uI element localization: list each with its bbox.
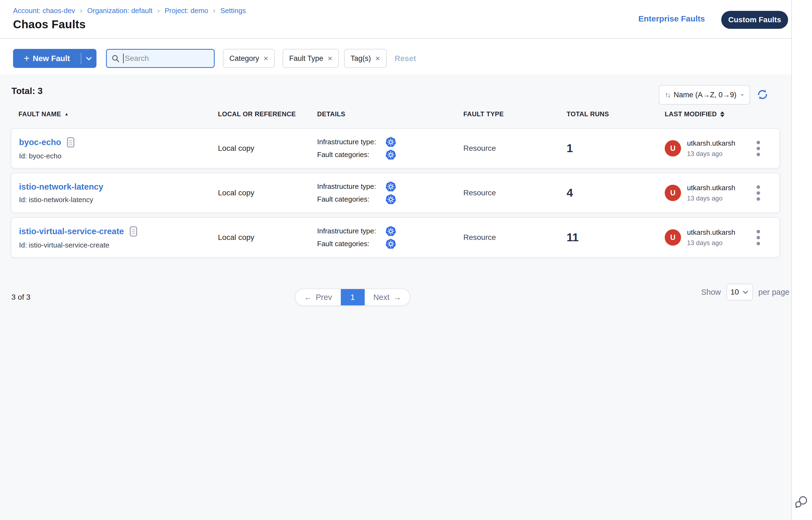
local-or-reference-cell: Local copy [218, 188, 317, 197]
close-icon[interactable]: × [328, 54, 333, 62]
fault-categories-label: Fault categories: [317, 240, 385, 248]
chaos-faults-page: Account: chaos-dev › Organization: defau… [0, 0, 812, 520]
kebab-dot [757, 197, 760, 201]
prev-page-button[interactable]: ← Prev [296, 289, 341, 305]
enterprise-faults-link[interactable]: Enterprise Faults [638, 14, 705, 23]
pagination-summary: 3 of 3 [11, 288, 30, 306]
sort-dropdown[interactable]: ↑↓ Name (A→Z, 0→9) [659, 85, 750, 105]
breadcrumb-settings[interactable]: Settings [220, 6, 246, 15]
chat-bubbles-icon [793, 494, 809, 510]
breadcrumb-project[interactable]: Project: demo [165, 6, 208, 15]
total-runs-cell: 11 [566, 231, 665, 244]
show-label: Show [701, 288, 721, 297]
new-fault-dropdown-toggle[interactable] [81, 49, 97, 68]
fault-id: Id: istio-virtual-service-create [19, 241, 218, 250]
sort-toggle-icon [720, 111, 725, 117]
column-header-fault-name[interactable]: FAULT NAME ▲ [11, 110, 218, 118]
kubernetes-icon [385, 194, 397, 205]
fault-categories-label: Fault categories: [317, 151, 385, 159]
breadcrumb-account[interactable]: Account: chaos-dev [13, 6, 75, 15]
column-label: FAULT TYPE [463, 110, 504, 118]
fault-name-link[interactable]: istio-network-latency [19, 182, 103, 192]
fault-name-cell: istio-network-latency Id: istio-network-… [11, 182, 218, 204]
fault-type-cell: Resource [463, 233, 566, 242]
breadcrumb-separator-icon: › [213, 6, 215, 15]
column-header-local-or-reference: LOCAL OR REFERENCE [218, 110, 317, 118]
next-page-button[interactable]: Next → [365, 289, 410, 305]
column-label: LOCAL OR REFERENCE [218, 110, 296, 118]
row-menu-button[interactable] [754, 228, 762, 248]
filter-pill-label: Fault Type [289, 54, 323, 63]
refresh-icon [756, 88, 769, 101]
avatar: U [665, 185, 681, 201]
local-or-reference-cell: Local copy [218, 144, 317, 153]
right-rail [791, 0, 812, 520]
kebab-dot [757, 242, 760, 245]
infrastructure-type-label: Infrastructure type: [317, 138, 385, 146]
chevron-down-icon [85, 55, 93, 62]
kebab-dot [757, 141, 760, 144]
toolbar: + New Fault Category × [0, 39, 791, 74]
new-fault-button[interactable]: + New Fault [13, 49, 97, 68]
kubernetes-icon [385, 136, 397, 148]
manifest-doc-icon[interactable] [129, 226, 138, 237]
filter-pill-category[interactable]: Category × [223, 49, 275, 68]
fault-type-cell: Resource [463, 144, 566, 153]
fault-name-link[interactable]: byoc-echo [19, 137, 75, 148]
custom-faults-button[interactable]: Custom Faults [721, 11, 788, 29]
table-row: istio-virtual-service-create Id: istio-v… [11, 217, 780, 258]
fault-id: Id: istio-network-latency [19, 196, 218, 204]
page-header: Account: chaos-dev › Organization: defau… [0, 0, 791, 38]
filter-pill-fault-type[interactable]: Fault Type × [283, 49, 339, 68]
sort-selected-value: Name (A→Z, 0→9) [674, 91, 736, 99]
page-size-select[interactable]: 10 [727, 284, 753, 301]
close-icon[interactable]: × [263, 54, 269, 62]
row-menu-button[interactable] [754, 138, 762, 158]
fault-name-text: istio-virtual-service-create [19, 227, 124, 236]
reset-filters-button[interactable]: Reset [395, 49, 416, 68]
current-page-button[interactable]: 1 [341, 289, 365, 305]
fault-type-cell: Resource [463, 188, 566, 197]
table-row: istio-network-latency Id: istio-network-… [11, 173, 780, 213]
chevron-down-icon [740, 91, 744, 98]
column-header-actions [746, 110, 780, 118]
manifest-doc-icon[interactable] [66, 137, 75, 148]
column-header-last-modified[interactable]: LAST MODIFIED [665, 110, 746, 118]
infrastructure-type-label: Infrastructure type: [317, 227, 385, 235]
table-header-row: FAULT NAME ▲ LOCAL OR REFERENCE DETAILS … [11, 110, 780, 118]
search-input[interactable] [125, 54, 209, 63]
content-area: Total: 3 ↑↓ Name (A→Z, 0→9) FAULT NAME ▲ [0, 74, 791, 520]
sort-arrows-icon: ↑↓ [665, 91, 670, 99]
kebab-dot [757, 185, 760, 189]
row-menu-button[interactable] [754, 183, 762, 203]
column-label: TOTAL RUNS [566, 110, 609, 118]
filter-pill-label: Category [229, 54, 259, 63]
kubernetes-icon [385, 181, 397, 192]
breadcrumb-organization[interactable]: Organization: default [87, 6, 152, 15]
chevron-down-icon [742, 289, 749, 295]
column-header-details: DETAILS [317, 110, 463, 118]
fault-name-link[interactable]: istio-virtual-service-create [19, 226, 138, 237]
avatar: U [665, 229, 681, 245]
new-fault-main[interactable]: + New Fault [13, 49, 81, 68]
details-cell: Infrastructure type: Fault categories: [317, 224, 463, 251]
main-column: Account: chaos-dev › Organization: defau… [0, 0, 791, 520]
arrow-right-icon: → [393, 293, 401, 302]
infrastructure-type-label: Infrastructure type: [317, 182, 385, 191]
total-count: Total: 3 [11, 86, 43, 96]
kubernetes-icon [385, 149, 397, 161]
close-icon[interactable]: × [375, 54, 380, 62]
details-cell: Infrastructure type: Fault categories: [317, 135, 463, 162]
support-chat-button[interactable] [793, 494, 809, 510]
kubernetes-icon [385, 238, 397, 250]
column-header-fault-type: FAULT TYPE [463, 110, 566, 118]
modified-by: utkarsh.utkarsh [687, 228, 735, 237]
breadcrumb-separator-icon: › [80, 6, 82, 15]
kebab-dot [757, 230, 760, 233]
search-box[interactable] [106, 49, 215, 68]
filter-pill-label: Tag(s) [351, 54, 371, 63]
column-label: DETAILS [317, 110, 346, 118]
filter-pill-tags[interactable]: Tag(s) × [344, 49, 387, 68]
breadcrumb-separator-icon: › [157, 6, 160, 15]
refresh-button[interactable] [756, 88, 769, 101]
